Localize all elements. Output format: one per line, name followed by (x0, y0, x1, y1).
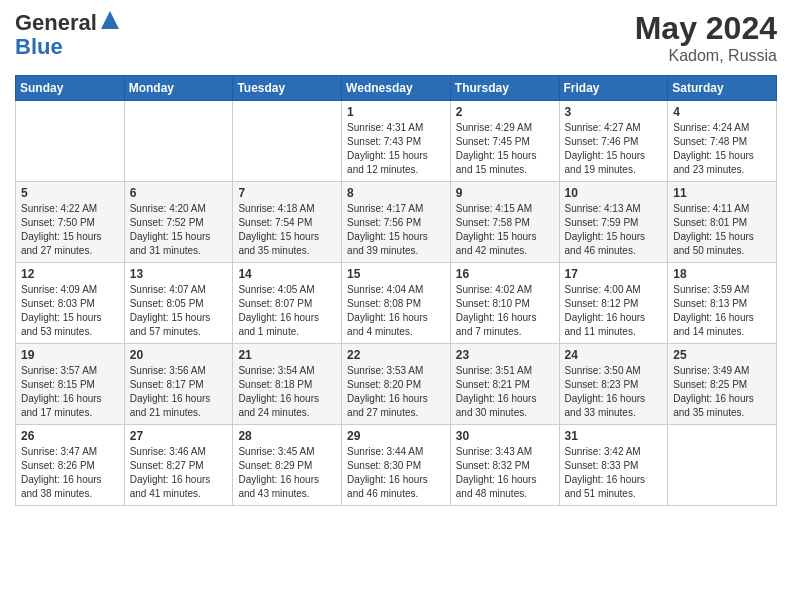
day-info: Sunrise: 4:24 AMSunset: 7:48 PMDaylight:… (673, 121, 771, 177)
calendar-cell (16, 101, 125, 182)
day-info: Sunrise: 4:31 AMSunset: 7:43 PMDaylight:… (347, 121, 445, 177)
day-number: 1 (347, 105, 445, 119)
calendar-cell: 5Sunrise: 4:22 AMSunset: 7:50 PMDaylight… (16, 182, 125, 263)
calendar-cell: 12Sunrise: 4:09 AMSunset: 8:03 PMDayligh… (16, 263, 125, 344)
calendar-cell: 13Sunrise: 4:07 AMSunset: 8:05 PMDayligh… (124, 263, 233, 344)
calendar-cell: 8Sunrise: 4:17 AMSunset: 7:56 PMDaylight… (342, 182, 451, 263)
calendar-cell: 4Sunrise: 4:24 AMSunset: 7:48 PMDaylight… (668, 101, 777, 182)
logo-triangle-icon (101, 11, 119, 31)
day-info: Sunrise: 3:42 AMSunset: 8:33 PMDaylight:… (565, 445, 663, 501)
day-info: Sunrise: 3:49 AMSunset: 8:25 PMDaylight:… (673, 364, 771, 420)
calendar-cell: 26Sunrise: 3:47 AMSunset: 8:26 PMDayligh… (16, 425, 125, 506)
day-info: Sunrise: 4:13 AMSunset: 7:59 PMDaylight:… (565, 202, 663, 258)
calendar-cell: 19Sunrise: 3:57 AMSunset: 8:15 PMDayligh… (16, 344, 125, 425)
calendar-cell: 3Sunrise: 4:27 AMSunset: 7:46 PMDaylight… (559, 101, 668, 182)
weekday-header-monday: Monday (124, 76, 233, 101)
logo-text: General Blue (15, 10, 119, 60)
calendar-cell: 27Sunrise: 3:46 AMSunset: 8:27 PMDayligh… (124, 425, 233, 506)
day-info: Sunrise: 3:57 AMSunset: 8:15 PMDaylight:… (21, 364, 119, 420)
calendar-cell: 17Sunrise: 4:00 AMSunset: 8:12 PMDayligh… (559, 263, 668, 344)
week-row-4: 19Sunrise: 3:57 AMSunset: 8:15 PMDayligh… (16, 344, 777, 425)
calendar-cell: 28Sunrise: 3:45 AMSunset: 8:29 PMDayligh… (233, 425, 342, 506)
calendar-cell (124, 101, 233, 182)
day-info: Sunrise: 4:20 AMSunset: 7:52 PMDaylight:… (130, 202, 228, 258)
day-number: 21 (238, 348, 336, 362)
calendar-cell: 11Sunrise: 4:11 AMSunset: 8:01 PMDayligh… (668, 182, 777, 263)
weekday-header-tuesday: Tuesday (233, 76, 342, 101)
day-info: Sunrise: 4:29 AMSunset: 7:45 PMDaylight:… (456, 121, 554, 177)
day-info: Sunrise: 4:27 AMSunset: 7:46 PMDaylight:… (565, 121, 663, 177)
weekday-header-wednesday: Wednesday (342, 76, 451, 101)
location-title: Kadom, Russia (635, 47, 777, 65)
day-number: 13 (130, 267, 228, 281)
calendar-cell: 9Sunrise: 4:15 AMSunset: 7:58 PMDaylight… (450, 182, 559, 263)
week-row-3: 12Sunrise: 4:09 AMSunset: 8:03 PMDayligh… (16, 263, 777, 344)
calendar-cell: 18Sunrise: 3:59 AMSunset: 8:13 PMDayligh… (668, 263, 777, 344)
day-number: 16 (456, 267, 554, 281)
day-number: 27 (130, 429, 228, 443)
calendar-cell: 25Sunrise: 3:49 AMSunset: 8:25 PMDayligh… (668, 344, 777, 425)
weekday-header-row: SundayMondayTuesdayWednesdayThursdayFrid… (16, 76, 777, 101)
day-number: 4 (673, 105, 771, 119)
day-number: 10 (565, 186, 663, 200)
day-info: Sunrise: 3:45 AMSunset: 8:29 PMDaylight:… (238, 445, 336, 501)
day-info: Sunrise: 3:53 AMSunset: 8:20 PMDaylight:… (347, 364, 445, 420)
calendar-table: SundayMondayTuesdayWednesdayThursdayFrid… (15, 75, 777, 506)
day-info: Sunrise: 3:43 AMSunset: 8:32 PMDaylight:… (456, 445, 554, 501)
day-number: 6 (130, 186, 228, 200)
day-info: Sunrise: 3:50 AMSunset: 8:23 PMDaylight:… (565, 364, 663, 420)
day-info: Sunrise: 3:59 AMSunset: 8:13 PMDaylight:… (673, 283, 771, 339)
calendar-cell: 30Sunrise: 3:43 AMSunset: 8:32 PMDayligh… (450, 425, 559, 506)
month-title: May 2024 (635, 10, 777, 47)
day-number: 30 (456, 429, 554, 443)
day-info: Sunrise: 4:11 AMSunset: 8:01 PMDaylight:… (673, 202, 771, 258)
day-info: Sunrise: 3:47 AMSunset: 8:26 PMDaylight:… (21, 445, 119, 501)
day-info: Sunrise: 4:05 AMSunset: 8:07 PMDaylight:… (238, 283, 336, 339)
day-number: 23 (456, 348, 554, 362)
day-info: Sunrise: 4:18 AMSunset: 7:54 PMDaylight:… (238, 202, 336, 258)
weekday-header-saturday: Saturday (668, 76, 777, 101)
title-block: May 2024 Kadom, Russia (635, 10, 777, 65)
day-info: Sunrise: 3:46 AMSunset: 8:27 PMDaylight:… (130, 445, 228, 501)
calendar-cell: 22Sunrise: 3:53 AMSunset: 8:20 PMDayligh… (342, 344, 451, 425)
day-info: Sunrise: 4:17 AMSunset: 7:56 PMDaylight:… (347, 202, 445, 258)
day-number: 20 (130, 348, 228, 362)
day-number: 15 (347, 267, 445, 281)
day-number: 31 (565, 429, 663, 443)
day-number: 9 (456, 186, 554, 200)
calendar-page: General Blue May 2024 Kadom, Russia (0, 0, 792, 612)
weekday-header-friday: Friday (559, 76, 668, 101)
day-number: 28 (238, 429, 336, 443)
day-info: Sunrise: 3:51 AMSunset: 8:21 PMDaylight:… (456, 364, 554, 420)
day-number: 22 (347, 348, 445, 362)
logo: General Blue (15, 10, 119, 60)
calendar-cell: 14Sunrise: 4:05 AMSunset: 8:07 PMDayligh… (233, 263, 342, 344)
day-number: 14 (238, 267, 336, 281)
logo-blue: Blue (15, 34, 63, 59)
day-number: 2 (456, 105, 554, 119)
day-info: Sunrise: 4:02 AMSunset: 8:10 PMDaylight:… (456, 283, 554, 339)
day-info: Sunrise: 4:22 AMSunset: 7:50 PMDaylight:… (21, 202, 119, 258)
calendar-cell: 24Sunrise: 3:50 AMSunset: 8:23 PMDayligh… (559, 344, 668, 425)
calendar-cell (233, 101, 342, 182)
week-row-5: 26Sunrise: 3:47 AMSunset: 8:26 PMDayligh… (16, 425, 777, 506)
calendar-cell: 31Sunrise: 3:42 AMSunset: 8:33 PMDayligh… (559, 425, 668, 506)
day-info: Sunrise: 3:54 AMSunset: 8:18 PMDaylight:… (238, 364, 336, 420)
day-info: Sunrise: 4:09 AMSunset: 8:03 PMDaylight:… (21, 283, 119, 339)
logo-general: General (15, 10, 97, 36)
day-number: 7 (238, 186, 336, 200)
calendar-cell: 6Sunrise: 4:20 AMSunset: 7:52 PMDaylight… (124, 182, 233, 263)
day-info: Sunrise: 4:04 AMSunset: 8:08 PMDaylight:… (347, 283, 445, 339)
day-number: 24 (565, 348, 663, 362)
calendar-cell: 21Sunrise: 3:54 AMSunset: 8:18 PMDayligh… (233, 344, 342, 425)
day-number: 25 (673, 348, 771, 362)
calendar-cell: 1Sunrise: 4:31 AMSunset: 7:43 PMDaylight… (342, 101, 451, 182)
day-info: Sunrise: 3:56 AMSunset: 8:17 PMDaylight:… (130, 364, 228, 420)
svg-marker-0 (101, 11, 119, 29)
day-number: 29 (347, 429, 445, 443)
week-row-2: 5Sunrise: 4:22 AMSunset: 7:50 PMDaylight… (16, 182, 777, 263)
day-number: 18 (673, 267, 771, 281)
day-number: 19 (21, 348, 119, 362)
day-info: Sunrise: 4:15 AMSunset: 7:58 PMDaylight:… (456, 202, 554, 258)
calendar-cell: 23Sunrise: 3:51 AMSunset: 8:21 PMDayligh… (450, 344, 559, 425)
